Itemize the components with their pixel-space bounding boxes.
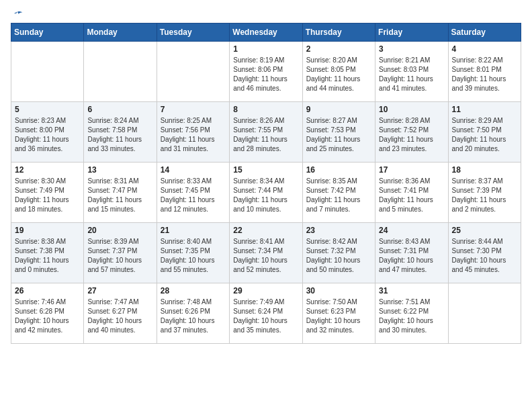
day-number: 11	[452, 105, 517, 114]
day-number: 8	[233, 105, 298, 114]
day-info: Sunrise: 8:44 AM Sunset: 7:30 PM Dayligh…	[452, 237, 517, 275]
calendar-day-18: 18Sunrise: 8:37 AM Sunset: 7:39 PM Dayli…	[448, 163, 521, 223]
weekday-header-tuesday: Tuesday	[157, 24, 229, 42]
day-info: Sunrise: 8:33 AM Sunset: 7:45 PM Dayligh…	[161, 177, 226, 214]
day-info: Sunrise: 7:49 AM Sunset: 6:24 PM Dayligh…	[233, 298, 298, 335]
day-info: Sunrise: 8:19 AM Sunset: 8:06 PM Dayligh…	[233, 56, 298, 93]
day-info: Sunrise: 8:42 AM Sunset: 7:32 PM Dayligh…	[306, 237, 371, 275]
empty-cell	[448, 283, 521, 344]
day-number: 4	[452, 44, 517, 54]
calendar-day-4: 4Sunrise: 8:22 AM Sunset: 8:01 PM Daylig…	[448, 42, 521, 102]
calendar-day-15: 15Sunrise: 8:34 AM Sunset: 7:44 PM Dayli…	[230, 163, 302, 223]
day-info: Sunrise: 8:26 AM Sunset: 7:55 PM Dayligh…	[233, 116, 298, 154]
calendar-day-5: 5Sunrise: 8:23 AM Sunset: 8:00 PM Daylig…	[11, 102, 84, 163]
weekday-header-friday: Friday	[375, 24, 448, 42]
logo	[11, 11, 24, 19]
calendar-day-26: 26Sunrise: 7:46 AM Sunset: 6:28 PM Dayli…	[11, 283, 84, 344]
calendar-day-2: 2Sunrise: 8:20 AM Sunset: 8:05 PM Daylig…	[302, 42, 375, 102]
day-number: 12	[15, 165, 80, 175]
calendar-day-14: 14Sunrise: 8:33 AM Sunset: 7:45 PM Dayli…	[157, 163, 229, 223]
day-number: 26	[15, 286, 80, 295]
day-info: Sunrise: 8:31 AM Sunset: 7:47 PM Dayligh…	[87, 177, 152, 214]
day-info: Sunrise: 8:34 AM Sunset: 7:44 PM Dayligh…	[233, 177, 298, 214]
day-number: 23	[306, 226, 371, 235]
calendar-day-3: 3Sunrise: 8:21 AM Sunset: 8:03 PM Daylig…	[375, 42, 448, 102]
calendar-day-7: 7Sunrise: 8:25 AM Sunset: 7:56 PM Daylig…	[157, 102, 229, 163]
day-number: 25	[452, 226, 517, 235]
day-number: 20	[87, 226, 152, 235]
day-info: Sunrise: 8:23 AM Sunset: 8:00 PM Dayligh…	[15, 116, 80, 154]
empty-cell	[157, 42, 229, 102]
day-info: Sunrise: 7:46 AM Sunset: 6:28 PM Dayligh…	[15, 298, 80, 335]
calendar-day-19: 19Sunrise: 8:38 AM Sunset: 7:38 PM Dayli…	[11, 223, 84, 283]
day-info: Sunrise: 8:41 AM Sunset: 7:34 PM Dayligh…	[233, 237, 298, 275]
calendar-table: SundayMondayTuesdayWednesdayThursdayFrid…	[11, 23, 521, 344]
empty-cell	[11, 42, 84, 102]
day-number: 14	[161, 165, 226, 175]
day-number: 13	[87, 165, 152, 175]
day-info: Sunrise: 8:25 AM Sunset: 7:56 PM Dayligh…	[161, 116, 226, 154]
day-info: Sunrise: 7:47 AM Sunset: 6:27 PM Dayligh…	[87, 298, 152, 335]
calendar-day-24: 24Sunrise: 8:43 AM Sunset: 7:31 PM Dayli…	[375, 223, 448, 283]
weekday-header-monday: Monday	[84, 24, 157, 42]
day-info: Sunrise: 8:28 AM Sunset: 7:52 PM Dayligh…	[379, 116, 444, 154]
day-info: Sunrise: 8:21 AM Sunset: 8:03 PM Dayligh…	[379, 56, 444, 93]
weekday-header-wednesday: Wednesday	[230, 24, 302, 42]
calendar-day-29: 29Sunrise: 7:49 AM Sunset: 6:24 PM Dayli…	[230, 283, 302, 344]
day-number: 15	[233, 165, 298, 175]
day-number: 17	[379, 165, 444, 175]
calendar-day-31: 31Sunrise: 7:51 AM Sunset: 6:22 PM Dayli…	[375, 283, 448, 344]
empty-cell	[84, 42, 157, 102]
calendar-day-16: 16Sunrise: 8:35 AM Sunset: 7:42 PM Dayli…	[302, 163, 375, 223]
calendar-day-9: 9Sunrise: 8:27 AM Sunset: 7:53 PM Daylig…	[302, 102, 375, 163]
calendar-day-23: 23Sunrise: 8:42 AM Sunset: 7:32 PM Dayli…	[302, 223, 375, 283]
day-number: 2	[306, 44, 371, 54]
calendar-day-21: 21Sunrise: 8:40 AM Sunset: 7:35 PM Dayli…	[157, 223, 229, 283]
day-number: 18	[452, 165, 517, 175]
day-info: Sunrise: 8:30 AM Sunset: 7:49 PM Dayligh…	[15, 177, 80, 214]
day-number: 5	[15, 105, 80, 114]
day-info: Sunrise: 8:20 AM Sunset: 8:05 PM Dayligh…	[306, 56, 371, 93]
weekday-header-saturday: Saturday	[448, 24, 521, 42]
calendar-day-1: 1Sunrise: 8:19 AM Sunset: 8:06 PM Daylig…	[230, 42, 302, 102]
day-info: Sunrise: 8:27 AM Sunset: 7:53 PM Dayligh…	[306, 116, 371, 154]
day-info: Sunrise: 8:39 AM Sunset: 7:37 PM Dayligh…	[87, 237, 152, 275]
day-number: 27	[87, 286, 152, 295]
calendar-day-8: 8Sunrise: 8:26 AM Sunset: 7:55 PM Daylig…	[230, 102, 302, 163]
day-info: Sunrise: 8:35 AM Sunset: 7:42 PM Dayligh…	[306, 177, 371, 214]
day-info: Sunrise: 8:29 AM Sunset: 7:50 PM Dayligh…	[452, 116, 517, 154]
calendar-day-6: 6Sunrise: 8:24 AM Sunset: 7:58 PM Daylig…	[84, 102, 157, 163]
day-number: 1	[233, 44, 298, 54]
logo-bird-icon	[11, 11, 24, 20]
calendar-day-11: 11Sunrise: 8:29 AM Sunset: 7:50 PM Dayli…	[448, 102, 521, 163]
day-info: Sunrise: 8:37 AM Sunset: 7:39 PM Dayligh…	[452, 177, 517, 214]
calendar-day-13: 13Sunrise: 8:31 AM Sunset: 7:47 PM Dayli…	[84, 163, 157, 223]
day-info: Sunrise: 7:50 AM Sunset: 6:23 PM Dayligh…	[306, 298, 371, 335]
day-number: 29	[233, 286, 298, 295]
calendar-day-12: 12Sunrise: 8:30 AM Sunset: 7:49 PM Dayli…	[11, 163, 84, 223]
weekday-header-thursday: Thursday	[302, 24, 375, 42]
day-number: 31	[379, 286, 444, 295]
calendar-day-10: 10Sunrise: 8:28 AM Sunset: 7:52 PM Dayli…	[375, 102, 448, 163]
calendar-day-17: 17Sunrise: 8:36 AM Sunset: 7:41 PM Dayli…	[375, 163, 448, 223]
day-info: Sunrise: 7:51 AM Sunset: 6:22 PM Dayligh…	[379, 298, 444, 335]
day-number: 19	[15, 226, 80, 235]
day-number: 28	[161, 286, 226, 295]
day-number: 24	[379, 226, 444, 235]
calendar-day-20: 20Sunrise: 8:39 AM Sunset: 7:37 PM Dayli…	[84, 223, 157, 283]
calendar-day-27: 27Sunrise: 7:47 AM Sunset: 6:27 PM Dayli…	[84, 283, 157, 344]
day-number: 9	[306, 105, 371, 114]
day-info: Sunrise: 8:40 AM Sunset: 7:35 PM Dayligh…	[161, 237, 226, 275]
day-info: Sunrise: 8:22 AM Sunset: 8:01 PM Dayligh…	[452, 56, 517, 93]
day-number: 6	[87, 105, 152, 114]
day-info: Sunrise: 8:36 AM Sunset: 7:41 PM Dayligh…	[379, 177, 444, 214]
day-number: 16	[306, 165, 371, 175]
day-info: Sunrise: 8:38 AM Sunset: 7:38 PM Dayligh…	[15, 237, 80, 275]
day-number: 22	[233, 226, 298, 235]
calendar-day-28: 28Sunrise: 7:48 AM Sunset: 6:26 PM Dayli…	[157, 283, 229, 344]
day-info: Sunrise: 8:43 AM Sunset: 7:31 PM Dayligh…	[379, 237, 444, 275]
day-number: 30	[306, 286, 371, 295]
weekday-header-sunday: Sunday	[11, 24, 84, 42]
day-number: 21	[161, 226, 226, 235]
day-info: Sunrise: 7:48 AM Sunset: 6:26 PM Dayligh…	[161, 298, 226, 335]
